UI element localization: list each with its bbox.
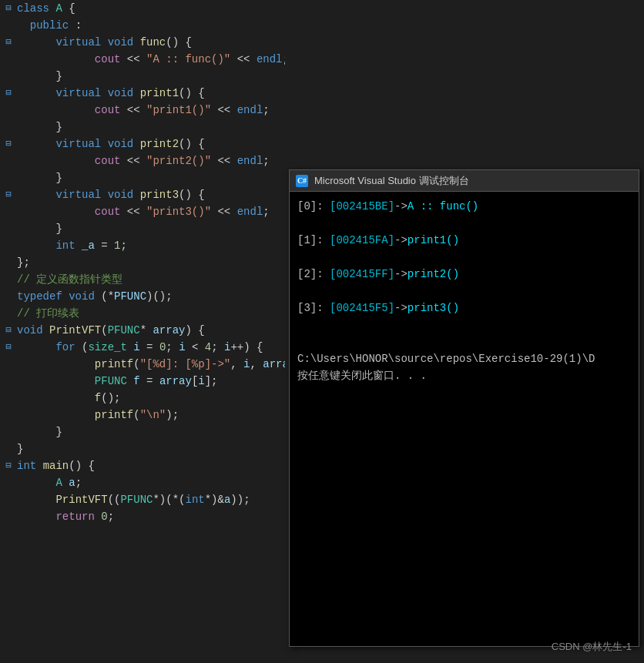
code-line: return 0; [0,508,285,525]
vs-icon: C# [296,175,308,187]
code-line: ⊟void PrintVFT(PFUNC* array) { [0,322,285,339]
console-line: [2]: [002415FF]->print2() [297,266,631,283]
code-line: } [0,119,285,136]
console-body: [0]: [002415BE]->A :: func() [1]: [00241… [290,192,639,646]
line-content: // 定义函数指针类型 [14,271,285,288]
fold-button[interactable]: ⊟ [3,85,14,102]
line-content: }; [14,254,285,271]
line-content: A a; [14,474,285,491]
code-line: // 打印续表 [0,305,285,322]
line-content: virtual void func() { [14,34,285,51]
console-window: C# Microsoft Visual Studio 调试控制台 [0]: [0… [289,169,639,647]
code-line: ⊟ for (size_t i = 0; i < 4; i++) { [0,339,285,356]
code-line: cout << "print2()" << endl; [0,152,285,169]
code-line: cout << "print1()" << endl; [0,102,285,119]
code-line: int _a = 1; [0,237,285,254]
fold-button[interactable]: ⊟ [3,339,14,356]
line-content: printf("\n"); [14,407,285,424]
line-content: PrintVFT((PFUNC*)(*(int*)&a)); [14,491,285,508]
code-line: printf("[%d]: [%p]->", i, array[i]); [0,356,285,373]
code-line: public : [0,17,285,34]
line-content: cout << "A :: func()" << endl; [14,51,285,68]
code-line: ⊟ virtual void print1() { [0,85,285,102]
line-content: } [14,440,285,457]
code-editor: ⊟class A { public :⊟ virtual void func()… [0,0,285,663]
line-content: virtual void print2() { [14,136,285,152]
line-content: void PrintVFT(PFUNC* array) { [14,322,285,339]
code-line: } [0,440,285,457]
line-content: virtual void print3() { [14,186,285,203]
console-line: C:\Users\HONOR\source\repos\Exercise10-2… [297,350,631,367]
line-content: return 0; [14,508,285,525]
code-line: // 定义函数指针类型 [0,271,285,288]
fold-button[interactable]: ⊟ [3,186,14,203]
line-content: printf("[%d]: [%p]->", i, array[i]); [14,356,285,373]
console-line [297,215,631,232]
code-line: A a; [0,474,285,491]
code-line: printf("\n"); [0,407,285,424]
code-line: PrintVFT((PFUNC*)(*(int*)&a)); [0,491,285,508]
line-content: PFUNC f = array[i]; [14,373,285,390]
fold-button[interactable]: ⊟ [3,136,14,152]
line-content: } [14,68,285,85]
console-title: Microsoft Visual Studio 调试控制台 [314,174,469,188]
line-content: cout << "print3()" << endl; [14,203,285,220]
fold-button[interactable]: ⊟ [3,457,14,474]
code-line: f(); [0,390,285,407]
line-content: } [14,220,285,237]
line-content: virtual void print1() { [14,85,285,102]
console-line [297,316,631,333]
code-line: cout << "print3()" << endl; [0,203,285,220]
console-line: 按任意键关闭此窗口. . . [297,367,631,384]
code-line: ⊟class A { [0,0,285,17]
line-content: public : [14,17,285,34]
code-line: PFUNC f = array[i]; [0,373,285,390]
fold-button[interactable]: ⊟ [3,34,14,51]
line-content: } [14,119,285,136]
line-content: int main() { [14,457,285,474]
line-content: } [14,169,285,186]
console-line: [1]: [002415FA]->print1() [297,232,631,249]
line-content: class A { [14,0,285,17]
console-line [297,249,631,266]
code-line: } [0,169,285,186]
code-line: } [0,424,285,440]
code-line: ⊟ virtual void print2() { [0,136,285,152]
fold-button[interactable]: ⊟ [3,0,14,17]
line-content: typedef void (*PFUNC)(); [14,288,285,305]
line-content: for (size_t i = 0; i < 4; i++) { [14,339,285,356]
console-line [297,333,631,350]
fold-button[interactable]: ⊟ [3,322,14,339]
watermark: CSDN @林先生-1 [552,640,632,654]
line-content: f(); [14,390,285,407]
line-content: int _a = 1; [14,237,285,254]
line-content: cout << "print2()" << endl; [14,152,285,169]
code-line: }; [0,254,285,271]
code-line: typedef void (*PFUNC)(); [0,288,285,305]
line-content: cout << "print1()" << endl; [14,102,285,119]
line-content: // 打印续表 [14,305,285,322]
console-line [297,283,631,300]
line-content: } [14,424,285,440]
console-line: [3]: [002415F5]->print3() [297,300,631,316]
code-line: } [0,68,285,85]
code-line: ⊟ virtual void func() { [0,34,285,51]
code-line: cout << "A :: func()" << endl; [0,51,285,68]
code-line: ⊟int main() { [0,457,285,474]
code-line: ⊟ virtual void print3() { [0,186,285,203]
console-titlebar: C# Microsoft Visual Studio 调试控制台 [290,170,639,192]
console-line: [0]: [002415BE]->A :: func() [297,198,631,215]
code-line: } [0,220,285,237]
